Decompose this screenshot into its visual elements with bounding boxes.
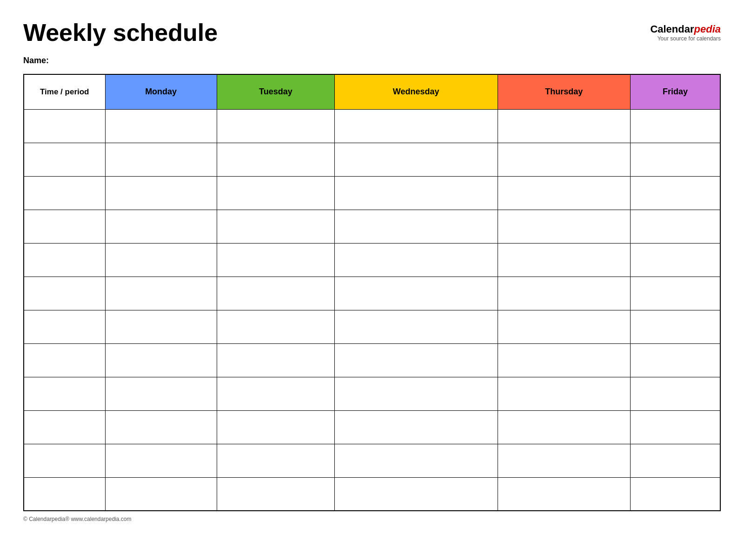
time-cell[interactable] bbox=[24, 343, 105, 377]
schedule-cell[interactable] bbox=[217, 109, 334, 143]
time-cell[interactable] bbox=[24, 410, 105, 444]
logo-text: Calendarpedia bbox=[650, 23, 721, 35]
schedule-cell[interactable] bbox=[498, 410, 631, 444]
table-row bbox=[24, 343, 720, 377]
schedule-cell[interactable] bbox=[498, 477, 631, 511]
schedule-cell[interactable] bbox=[105, 176, 217, 210]
schedule-cell[interactable] bbox=[498, 310, 631, 343]
col-header-friday: Friday bbox=[631, 74, 720, 109]
time-cell[interactable] bbox=[24, 444, 105, 477]
time-cell[interactable] bbox=[24, 477, 105, 511]
schedule-cell[interactable] bbox=[334, 109, 498, 143]
schedule-cell[interactable] bbox=[217, 277, 334, 310]
time-cell[interactable] bbox=[24, 109, 105, 143]
table-row bbox=[24, 444, 720, 477]
logo: Calendarpedia Your source for calendars bbox=[650, 23, 721, 42]
schedule-cell[interactable] bbox=[334, 377, 498, 410]
table-row bbox=[24, 277, 720, 310]
time-cell[interactable] bbox=[24, 143, 105, 176]
schedule-cell[interactable] bbox=[217, 343, 334, 377]
schedule-cell[interactable] bbox=[498, 343, 631, 377]
schedule-cell[interactable] bbox=[334, 277, 498, 310]
schedule-cell[interactable] bbox=[217, 410, 334, 444]
table-row bbox=[24, 377, 720, 410]
time-cell[interactable] bbox=[24, 377, 105, 410]
page-title: Weekly schedule bbox=[23, 19, 218, 46]
schedule-cell[interactable] bbox=[105, 377, 217, 410]
table-row bbox=[24, 310, 720, 343]
schedule-cell[interactable] bbox=[105, 310, 217, 343]
col-header-wednesday: Wednesday bbox=[334, 74, 498, 109]
schedule-cell[interactable] bbox=[105, 277, 217, 310]
page-header: Weekly schedule Calendarpedia Your sourc… bbox=[23, 19, 721, 46]
schedule-cell[interactable] bbox=[105, 143, 217, 176]
schedule-cell[interactable] bbox=[498, 176, 631, 210]
time-cell[interactable] bbox=[24, 310, 105, 343]
schedule-cell[interactable] bbox=[631, 410, 720, 444]
schedule-cell[interactable] bbox=[631, 277, 720, 310]
table-row bbox=[24, 109, 720, 143]
schedule-cell[interactable] bbox=[498, 143, 631, 176]
logo-pedia: pedia bbox=[694, 23, 721, 35]
schedule-cell[interactable] bbox=[631, 243, 720, 277]
table-row bbox=[24, 210, 720, 243]
footer-text: © Calendarpedia® www.calendarpedia.com bbox=[23, 516, 131, 522]
schedule-cell[interactable] bbox=[217, 444, 334, 477]
schedule-cell[interactable] bbox=[498, 109, 631, 143]
schedule-cell[interactable] bbox=[217, 477, 334, 511]
schedule-cell[interactable] bbox=[631, 176, 720, 210]
schedule-cell[interactable] bbox=[498, 210, 631, 243]
schedule-cell[interactable] bbox=[217, 377, 334, 410]
schedule-cell[interactable] bbox=[631, 477, 720, 511]
table-row bbox=[24, 176, 720, 210]
schedule-cell[interactable] bbox=[334, 210, 498, 243]
schedule-cell[interactable] bbox=[631, 143, 720, 176]
schedule-cell[interactable] bbox=[334, 176, 498, 210]
table-row bbox=[24, 477, 720, 511]
schedule-cell[interactable] bbox=[498, 444, 631, 477]
schedule-cell[interactable] bbox=[631, 343, 720, 377]
col-header-thursday: Thursday bbox=[498, 74, 631, 109]
weekly-schedule-table: Time / period Monday Tuesday Wednesday T… bbox=[23, 74, 721, 511]
schedule-cell[interactable] bbox=[334, 310, 498, 343]
table-header-row: Time / period Monday Tuesday Wednesday T… bbox=[24, 74, 720, 109]
time-cell[interactable] bbox=[24, 277, 105, 310]
schedule-cell[interactable] bbox=[105, 477, 217, 511]
time-cell[interactable] bbox=[24, 176, 105, 210]
col-header-tuesday: Tuesday bbox=[217, 74, 334, 109]
schedule-cell[interactable] bbox=[334, 477, 498, 511]
footer: © Calendarpedia® www.calendarpedia.com bbox=[23, 516, 721, 522]
schedule-cell[interactable] bbox=[105, 109, 217, 143]
schedule-cell[interactable] bbox=[631, 377, 720, 410]
schedule-cell[interactable] bbox=[217, 310, 334, 343]
logo-calendar: Calendar bbox=[650, 23, 694, 35]
schedule-cell[interactable] bbox=[631, 109, 720, 143]
schedule-cell[interactable] bbox=[105, 210, 217, 243]
schedule-cell[interactable] bbox=[217, 210, 334, 243]
schedule-cell[interactable] bbox=[498, 377, 631, 410]
schedule-cell[interactable] bbox=[334, 243, 498, 277]
schedule-cell[interactable] bbox=[334, 143, 498, 176]
col-header-monday: Monday bbox=[105, 74, 217, 109]
schedule-cell[interactable] bbox=[631, 210, 720, 243]
schedule-cell[interactable] bbox=[631, 444, 720, 477]
time-cell[interactable] bbox=[24, 243, 105, 277]
schedule-cell[interactable] bbox=[217, 243, 334, 277]
schedule-cell[interactable] bbox=[334, 444, 498, 477]
schedule-cell[interactable] bbox=[498, 277, 631, 310]
name-label: Name: bbox=[23, 56, 721, 66]
table-row bbox=[24, 243, 720, 277]
schedule-cell[interactable] bbox=[498, 243, 631, 277]
table-row bbox=[24, 143, 720, 176]
schedule-cell[interactable] bbox=[334, 410, 498, 444]
col-header-time: Time / period bbox=[24, 74, 105, 109]
schedule-cell[interactable] bbox=[334, 343, 498, 377]
schedule-cell[interactable] bbox=[105, 410, 217, 444]
schedule-cell[interactable] bbox=[217, 143, 334, 176]
time-cell[interactable] bbox=[24, 210, 105, 243]
schedule-cell[interactable] bbox=[105, 243, 217, 277]
schedule-cell[interactable] bbox=[631, 310, 720, 343]
schedule-cell[interactable] bbox=[217, 176, 334, 210]
schedule-cell[interactable] bbox=[105, 444, 217, 477]
schedule-cell[interactable] bbox=[105, 343, 217, 377]
